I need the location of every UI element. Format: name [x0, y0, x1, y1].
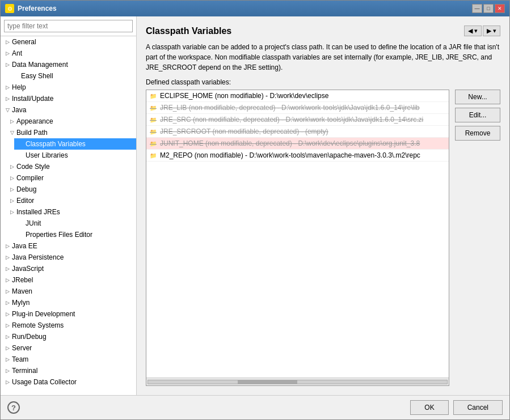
tree-item-java-persistence[interactable]: ▷ Java Persistence — [1, 252, 136, 263]
toggle-remote-systems: ▷ — [3, 321, 12, 330]
content-area: 📁 ECLIPSE_HOME (non modifiable) - D:\wor… — [146, 90, 500, 386]
tree-item-code-style[interactable]: ▷ Code Style — [5, 161, 136, 172]
tree-item-remote-systems[interactable]: ▷ Remote Systems — [1, 320, 136, 331]
toggle-usage-data-collector: ▷ — [3, 377, 12, 387]
list-spacer — [146, 162, 449, 377]
ok-button[interactable]: OK — [410, 400, 448, 415]
right-description: A classpath variable can be added to a p… — [146, 42, 500, 73]
tree-item-team[interactable]: ▷ Team — [1, 354, 136, 365]
folder-icon-eclipse-home: 📁 — [149, 91, 158, 100]
toggle-server: ▷ — [3, 343, 12, 353]
toggle-junit — [7, 219, 16, 228]
tree-item-compiler[interactable]: ▷ Compiler — [5, 172, 136, 184]
variable-jre-src[interactable]: 📁 JRE_SRC (non modifiable, deprecated) -… — [146, 114, 449, 126]
tree-item-help[interactable]: ▷ Help — [1, 82, 136, 93]
toggle-run-debug: ▷ — [3, 332, 12, 341]
toggle-data-management: ▷ — [3, 60, 12, 69]
tree-item-easy-shell[interactable]: Easy Shell — [1, 70, 136, 82]
tree-item-ant[interactable]: ▷ Ant — [1, 48, 136, 59]
left-panel: ▷ General ▷ Ant ▷ Data Management Easy S… — [1, 16, 137, 395]
main-content: ▷ General ▷ Ant ▷ Data Management Easy S… — [1, 16, 509, 395]
right-header: Classpath Variables ◀ ▾ ▶ ▾ — [146, 26, 500, 36]
tree-item-jrebel[interactable]: ▷ JRebel — [1, 274, 136, 286]
back-button[interactable]: ◀ ▾ — [464, 26, 482, 36]
filter-input[interactable] — [4, 20, 133, 32]
tree-item-editor[interactable]: ▷ Editor — [5, 195, 136, 206]
nav-buttons: ◀ ▾ ▶ ▾ — [464, 26, 500, 36]
toggle-help: ▷ — [3, 83, 12, 92]
toggle-compiler: ▷ — [7, 173, 16, 183]
forward-button[interactable]: ▶ ▾ — [483, 26, 500, 36]
tree-item-user-libraries[interactable]: User Libraries — [14, 150, 136, 161]
toggle-install-update: ▷ — [3, 94, 12, 103]
scroll-thumb[interactable] — [238, 380, 297, 384]
minimize-button[interactable]: — — [472, 4, 482, 13]
titlebar-left: ⚙ Preferences — [5, 4, 57, 13]
toggle-maven: ▷ — [3, 287, 12, 296]
tree-item-junit[interactable]: JUnit — [5, 218, 136, 229]
toggle-general: ▷ — [3, 37, 12, 46]
bottom-buttons: OK Cancel — [410, 400, 503, 415]
toggle-mylyn: ▷ — [3, 298, 12, 307]
tree-item-maven[interactable]: ▷ Maven — [1, 286, 136, 297]
defined-label: Defined classpath variables: — [146, 78, 500, 86]
tree-container: ▷ General ▷ Ant ▷ Data Management Easy S… — [1, 36, 136, 395]
variable-m2-repo[interactable]: 📁 M2_REPO (non modifiable) - D:\work\wor… — [146, 150, 449, 162]
toggle-java: ▽ — [3, 105, 12, 114]
help-icon[interactable]: ? — [7, 401, 20, 414]
tree-item-general[interactable]: ▷ General — [1, 36, 136, 48]
app-icon: ⚙ — [5, 4, 14, 13]
tree-item-data-management[interactable]: ▷ Data Management — [1, 59, 136, 70]
toggle-java-ee: ▷ — [3, 241, 12, 251]
remove-button[interactable]: Remove — [455, 126, 500, 141]
tree-item-classpath-variables[interactable]: Classpath Variables — [14, 138, 136, 150]
tree-item-server[interactable]: ▷ Server — [1, 342, 136, 354]
window-title: Preferences — [18, 5, 57, 12]
toggle-javascript: ▷ — [3, 264, 12, 273]
tree-item-terminal[interactable]: ▷ Terminal — [1, 365, 136, 376]
tree-item-plugin-development[interactable]: ▷ Plug-in Development — [1, 308, 136, 320]
new-button[interactable]: New... — [455, 90, 500, 104]
variable-junit-home[interactable]: 📁 JUNIT_HOME (non modifiable, deprecated… — [146, 138, 449, 150]
toggle-build-path: ▽ — [7, 128, 16, 137]
titlebar: ⚙ Preferences — □ ✕ — [1, 1, 509, 16]
tree-item-java[interactable]: ▽ Java — [1, 104, 136, 116]
action-buttons: New... Edit... Remove — [455, 90, 500, 386]
toggle-java-persistence: ▷ — [3, 253, 12, 262]
tree-item-build-path[interactable]: ▽ Build Path — [5, 127, 136, 138]
tree-item-mylyn[interactable]: ▷ Mylyn — [1, 297, 136, 308]
tree-item-properties-files-editor[interactable]: Properties Files Editor — [5, 229, 136, 240]
scroll-track[interactable] — [147, 380, 448, 384]
edit-button[interactable]: Edit... — [455, 108, 500, 122]
toggle-user-libraries — [16, 151, 26, 160]
cancel-button[interactable]: Cancel — [453, 400, 503, 415]
bottom-bar: ? OK Cancel — [1, 395, 509, 419]
variables-list: 📁 ECLIPSE_HOME (non modifiable) - D:\wor… — [146, 90, 449, 386]
close-button[interactable]: ✕ — [495, 4, 505, 13]
window-controls: — □ ✕ — [472, 4, 505, 13]
variable-jre-srcroot[interactable]: 📁 JRE_SRCROOT (non modifiable, deprecate… — [146, 126, 449, 138]
preferences-window: ⚙ Preferences — □ ✕ ▷ General — [0, 0, 510, 420]
folder-icon-m2-repo: 📁 — [149, 151, 158, 160]
tree-item-install-update[interactable]: ▷ Install/Update — [1, 93, 136, 104]
folder-icon-jre-src: 📁 — [149, 115, 158, 124]
toggle-team: ▷ — [3, 355, 12, 364]
toggle-terminal: ▷ — [3, 366, 12, 375]
folder-icon-jre-lib: 📁 — [149, 103, 158, 112]
toggle-ant: ▷ — [3, 49, 12, 58]
variable-jre-lib[interactable]: 📁 JRE_LIB (non modifiable, deprecated) -… — [146, 102, 449, 114]
tree-item-run-debug[interactable]: ▷ Run/Debug — [1, 331, 136, 342]
tree-item-appearance[interactable]: ▷ Appearance — [5, 116, 136, 127]
toggle-debug: ▷ — [7, 185, 16, 194]
tree-item-javascript[interactable]: ▷ JavaScript — [1, 263, 136, 274]
maximize-button[interactable]: □ — [483, 4, 494, 13]
folder-icon-junit-home: 📁 — [149, 139, 158, 148]
tree-item-debug[interactable]: ▷ Debug — [5, 184, 136, 195]
toggle-classpath-variables — [16, 139, 26, 149]
right-panel: Classpath Variables ◀ ▾ ▶ ▾ A classpath … — [137, 16, 509, 395]
horizontal-scrollbar[interactable] — [146, 377, 449, 385]
tree-item-java-ee[interactable]: ▷ Java EE — [1, 240, 136, 252]
variable-eclipse-home[interactable]: 📁 ECLIPSE_HOME (non modifiable) - D:\wor… — [146, 90, 449, 102]
tree-item-installed-jres[interactable]: ▷ Installed JREs — [5, 206, 136, 218]
tree-item-usage-data-collector[interactable]: ▷ Usage Data Collector — [1, 376, 136, 388]
